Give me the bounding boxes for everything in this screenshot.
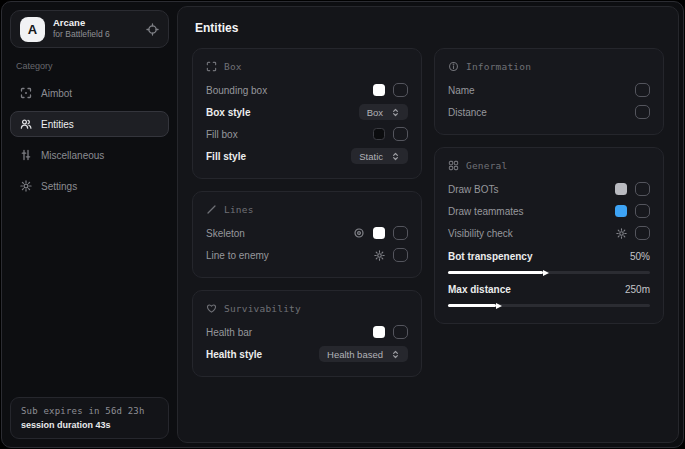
card-title: Information [466,61,531,72]
setting-label: Line to enemy [206,250,269,261]
app-name: Arcane [53,18,138,29]
setting-row: Box style Box [206,101,408,123]
setting-row: Draw teammates [448,200,650,222]
fill-box-checkbox[interactable] [393,127,408,141]
color-swatch[interactable] [373,326,385,338]
sidebar-item-label: Aimbot [41,88,72,99]
subscription-card: Sub expires in 56d 23h session duration … [10,397,169,439]
aimbot-crosshair-icon [20,87,32,99]
setting-label: Fill box [206,129,238,140]
setting-row: Health style Health based [206,343,408,365]
sliders-icon [20,149,32,161]
distance-checkbox[interactable] [635,105,650,119]
category-label: Category [16,61,163,71]
setting-label: Bot transpenency [448,251,532,262]
app-subtitle: for Battlefield 6 [53,30,138,40]
setting-row: Distance [448,101,650,123]
setting-row: Fill box [206,123,408,145]
users-icon [20,118,32,130]
slider-thumb[interactable] [496,303,502,309]
gear-icon [20,180,32,192]
card-title: Lines [224,204,254,215]
setting-label: Health bar [206,327,252,338]
setting-row: Bounding box [206,79,408,101]
setting-label: Draw BOTs [448,184,499,195]
crosshair-icon[interactable] [146,23,159,36]
card-title: General [466,160,507,171]
color-swatch[interactable] [615,205,627,217]
grid-icon [448,160,459,171]
card-title: Survivability [224,303,301,314]
lines-card: Lines Skeleton Line to enemy [192,191,422,278]
setting-label: Fill style [206,151,246,162]
main-panel: Entities Box Bounding box [177,6,679,443]
slider-thumb[interactable] [543,270,549,276]
setting-label: Box style [206,107,250,118]
setting-label: Bounding box [206,85,267,96]
box-style-dropdown[interactable]: Box [359,104,408,120]
setting-row: Visibility check [448,222,650,244]
gear-icon[interactable] [374,250,385,261]
max-distance-slider-row: Max distance 250m [448,279,650,307]
bot-transparency-slider[interactable] [448,271,650,274]
sub-expires-text: Sub expires in 56d 23h [21,406,158,416]
page-title: Entities [195,21,664,35]
health-bar-checkbox[interactable] [393,325,408,339]
setting-label: Skeleton [206,228,245,239]
visibility-check-checkbox[interactable] [635,226,650,240]
sidebar-item-settings[interactable]: Settings [10,173,169,199]
app-logo: A [20,17,45,42]
draw-bots-checkbox[interactable] [635,182,650,196]
skeleton-checkbox[interactable] [393,226,408,240]
heart-icon [206,303,217,314]
setting-row: Skeleton [206,222,408,244]
target-circle-icon[interactable] [353,227,365,239]
dropdown-value: Static [359,151,383,162]
app-title-block: Arcane for Battlefield 6 [53,18,138,40]
fill-style-dropdown[interactable]: Static [351,148,408,164]
info-circle-icon [448,61,459,72]
slider-value: 250m [625,284,650,295]
setting-row: Health bar [206,321,408,343]
color-swatch[interactable] [615,183,627,195]
survivability-card: Survivability Health bar Health style He… [192,290,422,377]
bot-transparency-slider-row: Bot transpenency 50% [448,246,650,274]
setting-row: Name [448,79,650,101]
setting-row: Line to enemy [206,244,408,266]
diagonal-line-icon [206,204,217,215]
sidebar-nav: Aimbot Entities Miscellaneous [10,80,169,199]
setting-label: Visibility check [448,228,513,239]
max-distance-slider[interactable] [448,304,650,307]
slider-value: 50% [630,251,650,262]
name-checkbox[interactable] [635,83,650,97]
gear-icon[interactable] [616,228,627,239]
setting-label: Draw teammates [448,206,524,217]
dropdown-value: Box [367,107,383,118]
draw-teammates-checkbox[interactable] [635,204,650,218]
app-header-card: A Arcane for Battlefield 6 [10,10,169,48]
card-title: Box [224,61,242,72]
sidebar-item-aimbot[interactable]: Aimbot [10,80,169,106]
sidebar-item-entities[interactable]: Entities [10,111,169,137]
general-card: General Draw BOTs Draw teammates [434,147,664,324]
chevron-up-down-icon [391,108,400,117]
app-window: A Arcane for Battlefield 6 Category [1,1,684,448]
setting-label: Name [448,85,475,96]
color-swatch[interactable] [373,227,385,239]
line-to-enemy-checkbox[interactable] [393,248,408,262]
sidebar: A Arcane for Battlefield 6 Category [2,2,177,447]
session-duration-text: session duration 43s [21,420,158,430]
bounding-box-checkbox[interactable] [393,83,408,97]
sidebar-item-miscellaneous[interactable]: Miscellaneous [10,142,169,168]
color-swatch[interactable] [373,128,385,140]
chevron-up-down-icon [391,152,400,161]
color-swatch[interactable] [373,84,385,96]
setting-label: Distance [448,107,487,118]
chevron-up-down-icon [391,350,400,359]
setting-row: Fill style Static [206,145,408,167]
setting-row: Draw BOTs [448,178,650,200]
health-style-dropdown[interactable]: Health based [319,346,408,362]
sidebar-item-label: Entities [41,119,74,130]
information-card: Information Name Distance [434,48,664,135]
box-card: Box Bounding box Box style Box [192,48,422,179]
